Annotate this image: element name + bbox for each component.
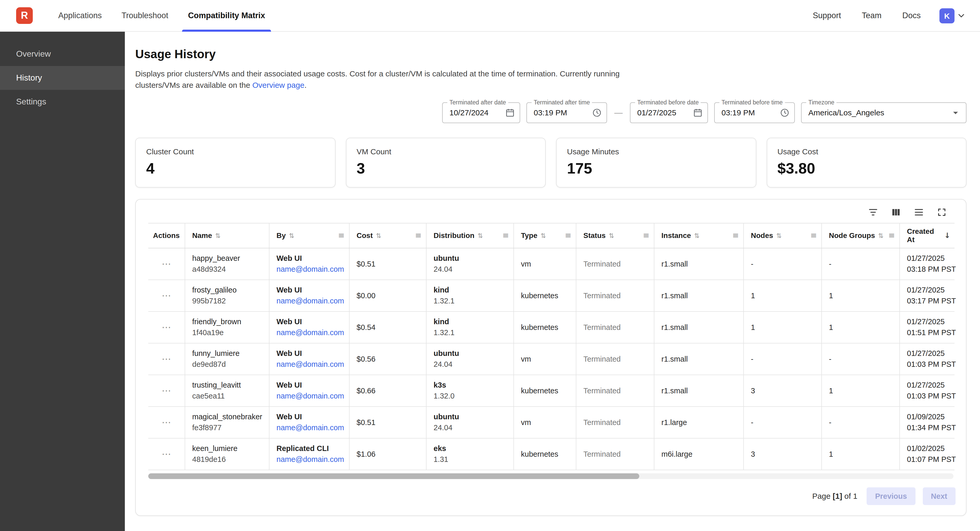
density-button[interactable] <box>913 206 924 217</box>
sidebar: Overview History Settings <box>0 32 125 531</box>
previous-page-button[interactable]: Previous <box>867 487 915 505</box>
column-header-type[interactable]: Type⇅≡ <box>514 223 576 247</box>
column-header-status[interactable]: Status⇅≡ <box>576 223 654 247</box>
column-header-name[interactable]: Name⇅ <box>185 223 269 247</box>
created-by-email-link[interactable]: name@domain.com <box>277 390 345 401</box>
avatar: K <box>939 8 955 23</box>
column-menu-icon[interactable]: ≡ <box>732 231 739 240</box>
row-actions-button[interactable]: ⋯ <box>162 386 171 395</box>
cost-value: $0.51 <box>356 418 375 426</box>
created-by-email-link[interactable]: name@domain.com <box>277 295 345 306</box>
replicated-logo[interactable]: R <box>16 7 33 24</box>
column-menu-icon[interactable]: ≡ <box>338 231 345 240</box>
sort-icon[interactable]: ⇅ <box>289 231 294 239</box>
timezone-label: Timezone <box>806 99 837 106</box>
column-menu-icon[interactable]: ≡ <box>810 231 817 240</box>
distribution-version: 24.04 <box>434 422 509 433</box>
sort-icon[interactable]: ⇅ <box>694 231 700 239</box>
terminated-after-time-field[interactable]: Terminated after time 03:19 PM <box>527 102 607 123</box>
row-actions-button[interactable]: ⋯ <box>162 259 171 268</box>
column-label: Distribution <box>434 231 474 239</box>
cost-value: $1.06 <box>356 450 375 458</box>
page-suffix: of 1 <box>845 491 858 500</box>
cost-value: $0.51 <box>356 260 375 268</box>
team-link[interactable]: Team <box>862 11 882 20</box>
nodes-value: 1 <box>751 323 755 331</box>
dropdown-arrow-icon[interactable] <box>950 107 961 118</box>
created-by-email-link[interactable]: name@domain.com <box>277 359 345 369</box>
terminated-before-time-field[interactable]: Terminated before time 03:19 PM <box>714 102 795 123</box>
row-actions-button[interactable]: ⋯ <box>162 354 171 363</box>
overview-page-link[interactable]: Overview page <box>252 81 304 89</box>
row-actions-button[interactable]: ⋯ <box>162 417 171 427</box>
sidebar-item-history[interactable]: History <box>0 66 125 90</box>
usage-table-card: Actions Name⇅ By⇅≡ Cost⇅≡ Distribution⇅≡… <box>135 199 966 516</box>
column-header-created-at[interactable]: Created At↓ <box>900 223 955 247</box>
distribution-name: eks <box>434 443 509 454</box>
cost-value: $0.00 <box>356 291 375 300</box>
terminated-before-date-value: 01/27/2025 <box>637 108 676 117</box>
tab-applications[interactable]: Applications <box>52 0 107 32</box>
column-menu-icon[interactable]: ≡ <box>888 231 895 240</box>
terminated-before-date-label: Terminated before date <box>635 99 701 106</box>
status-value: Terminated <box>583 291 620 300</box>
row-actions-button[interactable]: ⋯ <box>162 291 171 300</box>
sidebar-item-overview[interactable]: Overview <box>0 42 125 66</box>
clock-icon[interactable] <box>780 108 790 117</box>
docs-link[interactable]: Docs <box>902 11 921 20</box>
row-actions-button[interactable]: ⋯ <box>162 322 171 332</box>
cost-value: $0.54 <box>356 323 375 331</box>
sort-icon[interactable]: ⇅ <box>878 231 883 239</box>
filter-button[interactable] <box>868 206 878 217</box>
column-header-by[interactable]: By⇅≡ <box>269 223 349 247</box>
tab-compatibility-matrix[interactable]: Compatibility Matrix <box>182 0 271 32</box>
sort-icon[interactable]: ⇅ <box>215 231 221 239</box>
column-header-instance[interactable]: Instance⇅≡ <box>654 223 743 247</box>
created-date: 01/27/2025 <box>907 253 950 264</box>
timezone-select[interactable]: Timezone America/Los_Angeles <box>801 102 966 123</box>
cost-value: $0.56 <box>356 355 375 363</box>
sort-desc-icon[interactable]: ↓ <box>944 231 950 239</box>
sort-icon[interactable]: ⇅ <box>609 231 614 239</box>
avatar-letter: K <box>944 11 950 20</box>
terminated-before-time-label: Terminated before time <box>719 99 785 106</box>
terminated-after-date-field[interactable]: Terminated after date 10/27/2024 <box>442 102 520 123</box>
cluster-name: funny_lumiere <box>192 348 264 359</box>
status-value: Terminated <box>583 386 620 395</box>
nodes-value: 1 <box>751 291 755 300</box>
created-by-email-link[interactable]: name@domain.com <box>277 454 345 464</box>
scrollbar-thumb[interactable] <box>148 473 640 479</box>
row-actions-button[interactable]: ⋯ <box>162 449 171 458</box>
column-header-nodes[interactable]: Nodes⇅≡ <box>744 223 821 247</box>
column-menu-icon[interactable]: ≡ <box>415 231 422 240</box>
account-menu-button[interactable]: K <box>939 8 966 23</box>
support-link[interactable]: Support <box>813 11 841 20</box>
sidebar-item-settings[interactable]: Settings <box>0 90 125 114</box>
tab-troubleshoot[interactable]: Troubleshoot <box>116 0 174 32</box>
created-time: 01:03 PM PST <box>907 390 950 401</box>
column-header-distribution[interactable]: Distribution⇅≡ <box>426 223 513 247</box>
sort-icon[interactable]: ⇅ <box>776 231 782 239</box>
column-header-cost[interactable]: Cost⇅≡ <box>349 223 426 247</box>
terminated-before-date-field[interactable]: Terminated before date 01/27/2025 <box>630 102 708 123</box>
created-by-email-link[interactable]: name@domain.com <box>277 422 345 433</box>
column-menu-icon[interactable]: ≡ <box>503 231 509 240</box>
next-page-button[interactable]: Next <box>923 487 956 505</box>
sort-icon[interactable]: ⇅ <box>477 231 483 239</box>
columns-button[interactable] <box>891 206 902 217</box>
calendar-icon[interactable] <box>505 108 515 117</box>
distribution-name: k3s <box>434 380 509 390</box>
created-by-email-link[interactable]: name@domain.com <box>277 264 345 274</box>
sort-icon[interactable]: ⇅ <box>541 231 546 239</box>
column-menu-icon[interactable]: ≡ <box>565 231 571 240</box>
cost-value: $0.66 <box>356 386 375 395</box>
sort-icon[interactable]: ⇅ <box>376 231 381 239</box>
clock-icon[interactable] <box>592 108 602 117</box>
column-header-node-groups[interactable]: Node Groups⇅≡ <box>822 223 899 247</box>
column-menu-icon[interactable]: ≡ <box>643 231 649 240</box>
fullscreen-button[interactable] <box>936 206 947 217</box>
calendar-icon[interactable] <box>693 108 703 117</box>
cluster-name: frosty_galileo <box>192 285 264 295</box>
horizontal-scrollbar[interactable] <box>148 473 953 479</box>
created-by-email-link[interactable]: name@domain.com <box>277 327 345 338</box>
